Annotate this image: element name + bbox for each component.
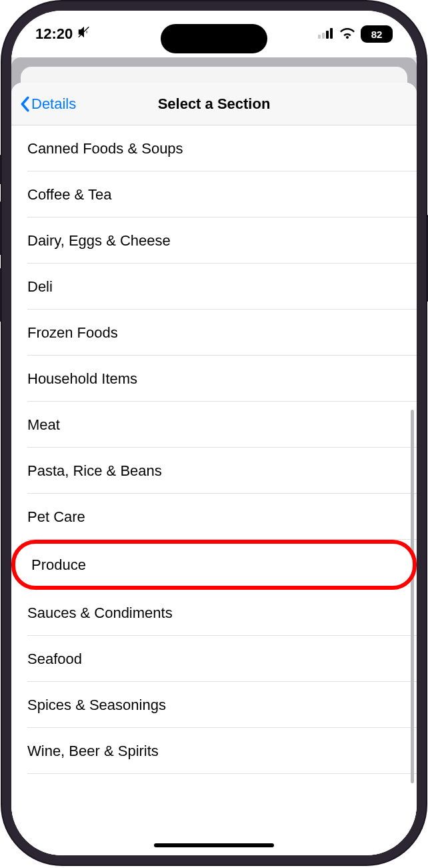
scrollbar-indicator: [411, 410, 414, 783]
section-label: Sauces & Condiments: [27, 604, 173, 621]
battery-percent: 82: [371, 29, 383, 40]
section-row[interactable]: Canned Foods & Soups: [11, 125, 417, 171]
section-label: Household Items: [27, 370, 137, 387]
status-time: 12:20: [35, 25, 73, 43]
wifi-icon: [339, 25, 355, 43]
section-row[interactable]: Wine, Beer & Spirits: [11, 728, 417, 774]
section-row[interactable]: Coffee & Tea: [11, 171, 417, 218]
back-label: Details: [31, 95, 76, 113]
section-row[interactable]: Pet Care: [11, 494, 417, 540]
back-button[interactable]: Details: [19, 95, 76, 113]
section-label: Spices & Seasonings: [27, 697, 166, 713]
home-indicator[interactable]: [154, 843, 274, 847]
svg-rect-3: [330, 28, 333, 39]
svg-rect-1: [322, 33, 325, 39]
section-label: Canned Foods & Soups: [27, 140, 183, 157]
section-label: Dairy, Eggs & Cheese: [27, 232, 171, 249]
section-row[interactable]: Produce: [11, 540, 417, 590]
section-label: Pasta, Rice & Beans: [27, 462, 162, 479]
battery-icon: 82: [361, 25, 393, 43]
silent-icon: [77, 25, 91, 43]
volume-down-button: [0, 268, 2, 322]
modal-sheet: Details Select a Section Canned Foods & …: [11, 83, 417, 855]
svg-rect-0: [318, 35, 321, 39]
nav-title: Select a Section: [158, 95, 271, 113]
section-row[interactable]: Sauces & Condiments: [11, 590, 417, 636]
phone-screen: 12:20 82: [11, 11, 417, 855]
section-row[interactable]: Pasta, Rice & Beans: [11, 448, 417, 494]
section-label: Pet Care: [27, 508, 85, 525]
section-label: Coffee & Tea: [27, 186, 111, 203]
section-list[interactable]: Canned Foods & SoupsCoffee & TeaDairy, E…: [11, 125, 417, 855]
svg-rect-2: [326, 31, 329, 39]
section-row[interactable]: Meat: [11, 402, 417, 448]
chevron-left-icon: [19, 96, 30, 112]
section-label: Seafood: [27, 650, 82, 667]
section-label: Deli: [27, 278, 53, 295]
section-row[interactable]: Household Items: [11, 356, 417, 402]
section-row[interactable]: Seafood: [11, 636, 417, 682]
phone-frame: 12:20 82: [2, 1, 426, 865]
section-row[interactable]: Deli: [11, 264, 417, 310]
section-label: Frozen Foods: [27, 324, 118, 341]
section-label: Produce: [31, 556, 86, 573]
nav-bar: Details Select a Section: [11, 83, 417, 125]
section-label: Meat: [27, 416, 60, 433]
cellular-icon: [318, 25, 334, 43]
dynamic-island: [161, 24, 267, 53]
volume-up-button: [0, 201, 2, 255]
sheet-stack: Details Select a Section Canned Foods & …: [11, 57, 417, 855]
section-label: Wine, Beer & Spirits: [27, 743, 159, 759]
section-row[interactable]: Spices & Seasonings: [11, 682, 417, 728]
section-row[interactable]: Frozen Foods: [11, 310, 417, 356]
mute-switch: [0, 155, 2, 184]
section-row[interactable]: Dairy, Eggs & Cheese: [11, 218, 417, 264]
